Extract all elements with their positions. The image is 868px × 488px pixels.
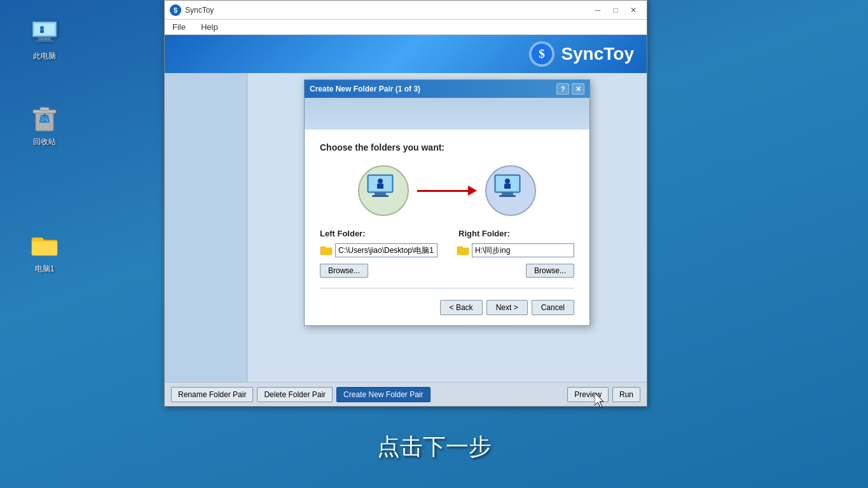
dialog-header-band [305, 98, 589, 130]
dialog-body: Choose the folders you want: [305, 130, 589, 325]
dialog-separator [320, 288, 574, 288]
folder-labels: Left Folder: Right Folder: [320, 229, 574, 238]
bottom-toolbar: Rename Folder Pair Delete Folder Pair Cr… [165, 382, 647, 406]
minimize-button[interactable]: ─ [589, 4, 606, 17]
desktop-icon-this-pc[interactable]: 此电脑 [19, 13, 70, 65]
delete-folder-pair-button[interactable]: Delete Folder Pair [257, 387, 333, 402]
dialog-close-button[interactable]: ✕ [572, 83, 584, 95]
this-pc-label: 此电脑 [33, 51, 56, 62]
left-browse-button[interactable]: Browse... [320, 264, 368, 278]
dialog-controls: ? ✕ [556, 83, 584, 95]
svg-rect-6 [40, 30, 44, 33]
app-header: $ SyncToy [165, 35, 647, 73]
svg-text:$: $ [174, 6, 177, 14]
right-folder-icon [457, 245, 469, 256]
create-folder-pair-dialog: Create New Folder Pair (1 of 3) ? ✕ C [304, 79, 590, 326]
right-folder-input-group [457, 243, 574, 257]
app-logo: $ SyncToy [529, 41, 634, 67]
svg-rect-18 [375, 193, 386, 195]
svg-rect-25 [499, 195, 516, 197]
svg-rect-23 [504, 184, 511, 189]
sidebar [165, 73, 247, 382]
preview-button[interactable]: Preview [567, 387, 609, 402]
close-button[interactable]: ✕ [625, 4, 642, 17]
app-icon: $ [170, 4, 181, 16]
synctoy-window: $ SyncToy ─ □ ✕ File Help $ [164, 0, 647, 407]
browse-buttons-row: Browse... Browse... [320, 264, 574, 278]
dialog-title: Create New Folder Pair (1 of 3) [310, 85, 556, 93]
left-folder-label: Left Folder: [320, 229, 442, 238]
subtitle-text: 点击下一步 [377, 431, 492, 463]
left-folder-input-group [320, 243, 437, 257]
recycle-bin-label: 回收站 [33, 137, 56, 147]
left-computer-visual [358, 165, 409, 216]
dialog-title-bar: Create New Folder Pair (1 of 3) ? ✕ [305, 80, 589, 98]
menu-bar: File Help [165, 20, 647, 35]
dialog-overlay: Create New Folder Pair (1 of 3) ? ✕ C [247, 73, 647, 382]
back-button[interactable]: < Back [440, 300, 483, 315]
create-folder-pair-button[interactable]: Create New Folder Pair [336, 387, 430, 402]
logo-text: SyncToy [561, 44, 634, 64]
window-title: SyncToy [185, 6, 589, 15]
svg-point-22 [505, 179, 510, 184]
logo-icon: $ [529, 41, 555, 67]
maximize-button[interactable]: □ [607, 4, 624, 17]
svg-point-5 [40, 26, 44, 30]
run-button[interactable]: Run [612, 387, 640, 402]
dialog-footer: < Back Next > Cancel [320, 294, 574, 315]
svg-point-16 [378, 179, 383, 184]
dialog-instruction: Choose the folders you want: [320, 142, 574, 152]
svg-rect-3 [38, 37, 51, 40]
folder-pc1-label: 电脑1 [35, 264, 55, 274]
recycle-bin-icon [29, 102, 60, 134]
rename-folder-pair-button[interactable]: Rename Folder Pair [171, 387, 253, 402]
direction-arrow [409, 186, 485, 196]
svg-rect-24 [502, 193, 513, 195]
content-area: Create New Folder Pair (1 of 3) ? ✕ C [247, 73, 647, 382]
right-folder-label: Right Folder: [452, 229, 574, 238]
red-arrow [417, 186, 477, 196]
title-bar: $ SyncToy ─ □ ✕ [165, 1, 647, 20]
dialog-help-button[interactable]: ? [556, 83, 569, 95]
desktop-icon-recycle-bin[interactable]: 回收站 [19, 98, 70, 151]
right-browse-button[interactable]: Browse... [526, 264, 574, 278]
svg-rect-2 [34, 24, 55, 35]
desktop-icon-folder-pc1[interactable]: 电脑1 [19, 226, 70, 278]
svg-rect-19 [372, 195, 389, 197]
svg-text:$: $ [539, 46, 545, 60]
folder-inputs-row [320, 243, 574, 257]
cancel-button[interactable]: Cancel [532, 300, 574, 315]
folder-pc1-icon [29, 229, 60, 261]
left-folder-input[interactable] [335, 243, 437, 257]
menu-help[interactable]: Help [198, 21, 221, 33]
svg-rect-9 [40, 107, 49, 111]
window-controls: ─ □ ✕ [589, 4, 642, 17]
svg-rect-4 [36, 40, 53, 42]
folder-pair-visual [320, 165, 574, 216]
right-folder-input[interactable] [472, 243, 574, 257]
left-folder-icon [320, 245, 333, 256]
computer-icon [29, 17, 60, 48]
right-computer-visual [485, 165, 536, 216]
menu-file[interactable]: File [170, 21, 188, 33]
next-button[interactable]: Next > [486, 300, 528, 315]
svg-rect-17 [377, 184, 383, 189]
desktop: 此电脑 回收站 电脑1 [0, 0, 868, 488]
